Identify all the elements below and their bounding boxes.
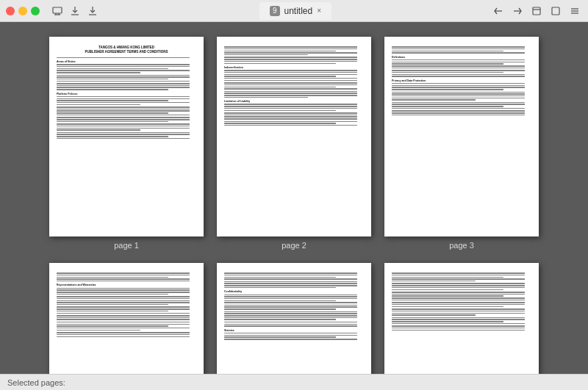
doc-line [392, 317, 525, 319]
nav-back-icon[interactable] [491, 4, 506, 18]
status-bar: Selected pages: [0, 374, 588, 390]
doc-line [392, 93, 525, 95]
doc-line [57, 83, 190, 84]
doc-line [392, 325, 525, 327]
doc-line [224, 70, 357, 71]
doc-line [57, 128, 190, 129]
doc-line [57, 89, 168, 90]
doc-line [224, 324, 357, 325]
title-bar: 9 untitled × [0, 0, 588, 22]
doc-line [57, 324, 190, 325]
download1-icon[interactable] [68, 4, 82, 18]
doc-line [392, 277, 503, 278]
doc-line [392, 52, 525, 54]
doc-line [224, 112, 357, 114]
doc-line [392, 275, 525, 276]
doc-line [224, 88, 357, 90]
doc-line [57, 81, 190, 82]
tab-title: untitled [284, 6, 313, 16]
doc-line [224, 272, 357, 274]
page-label-3: page 3 [449, 241, 474, 250]
doc-line [57, 277, 168, 278]
doc-line [224, 325, 357, 327]
doc-line [392, 283, 525, 284]
window-max-icon[interactable] [548, 4, 563, 18]
screen-icon[interactable] [50, 4, 65, 18]
page-container-6: page 6 [384, 263, 539, 374]
doc-line [224, 93, 357, 94]
maximize-window-btn[interactable] [31, 7, 40, 15]
doc-line [57, 330, 140, 331]
doc-line [224, 52, 357, 54]
doc-line [57, 272, 190, 274]
tab-close-icon[interactable]: × [317, 7, 321, 15]
doc-line [392, 328, 525, 329]
doc-line [392, 292, 525, 293]
doc-line [392, 72, 503, 73]
doc-line [57, 96, 190, 98]
doc-line [57, 104, 140, 106]
doc-line [224, 59, 357, 60]
minimize-window-btn[interactable] [18, 7, 27, 15]
doc-line [57, 136, 168, 137]
download2-icon[interactable] [85, 4, 100, 18]
doc-line [224, 115, 357, 116]
page1-title: TANGOS & HWANG KONG LIMITEDPUBLISHER AGR… [57, 46, 196, 55]
page-thumbnail-1[interactable]: TANGOS & HWANG KONG LIMITEDPUBLISHER AGR… [49, 37, 204, 236]
doc-line [224, 61, 357, 62]
status-text: Selected pages: [7, 378, 65, 387]
close-btn[interactable] [6, 7, 15, 15]
page-label-2: page 2 [282, 241, 306, 250]
doc-line [224, 108, 357, 109]
doc-line [224, 278, 357, 280]
doc-line [224, 319, 336, 320]
doc-line [57, 288, 190, 289]
doc-line [224, 313, 357, 314]
doc-line [392, 308, 525, 310]
tab-number: 9 [270, 6, 280, 16]
doc-line [392, 46, 525, 48]
doc-line [224, 78, 357, 79]
doc-line [57, 112, 168, 114]
doc-line [224, 74, 357, 76]
doc-line [57, 311, 168, 312]
doc-line [392, 110, 525, 112]
doc-line [392, 295, 503, 297]
page-thumbnail-5[interactable]: Confidentiality [217, 263, 371, 374]
doc-line [224, 305, 357, 306]
doc-line [224, 317, 357, 319]
doc-line [224, 72, 357, 73]
window-min-icon[interactable] [529, 4, 544, 18]
doc-line [224, 339, 357, 340]
doc-line [57, 281, 190, 282]
page-label-1: page 1 [114, 241, 139, 250]
doc-line [57, 275, 190, 276]
page-container-1: TANGOS & HWANG KONG LIMITEDPUBLISHER AGR… [49, 37, 204, 250]
doc-line [224, 275, 357, 276]
doc-line [224, 82, 357, 84]
nav-forward-icon[interactable] [510, 4, 525, 18]
page-thumbnail-3[interactable]: Definitions Privacy and Data [384, 37, 539, 236]
doc-line [57, 119, 190, 120]
page-thumbnail-4[interactable]: Representations and Warranties [49, 263, 204, 374]
doc-line [224, 333, 357, 334]
doc-line [224, 106, 357, 107]
document-tab[interactable]: 9 untitled × [259, 2, 331, 20]
doc-line [57, 126, 190, 127]
doc-line [224, 76, 336, 77]
doc-line [392, 112, 525, 114]
page-thumbnail-2[interactable]: Indemnification [217, 37, 371, 236]
doc-line [224, 125, 357, 126]
doc-line [57, 70, 190, 71]
doc-line [392, 281, 476, 282]
doc-line [392, 74, 525, 76]
doc-line [224, 306, 357, 308]
doc-line [392, 294, 525, 295]
doc-line [224, 95, 357, 96]
doc-line [224, 315, 357, 317]
doc-line [57, 296, 190, 297]
doc-line [392, 311, 525, 312]
doc-line [57, 332, 190, 333]
menu-icon[interactable] [567, 4, 582, 18]
page-thumbnail-6[interactable] [384, 263, 539, 374]
